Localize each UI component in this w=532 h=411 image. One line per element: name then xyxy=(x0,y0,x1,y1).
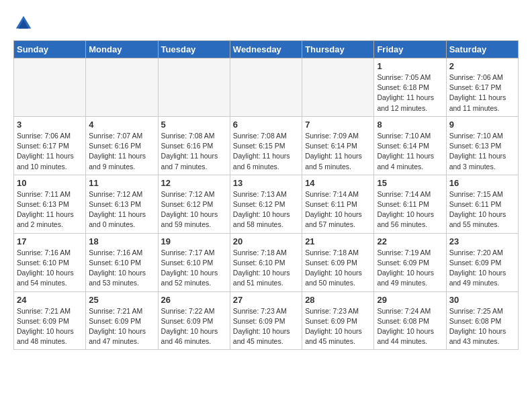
day-number: 26 xyxy=(161,295,227,305)
day-info: Sunrise: 7:21 AM Sunset: 6:09 PM Dayligh… xyxy=(89,306,154,347)
calendar-week-row: 3Sunrise: 7:06 AM Sunset: 6:17 PM Daylig… xyxy=(14,116,519,175)
calendar-cell: 27Sunrise: 7:23 AM Sunset: 6:09 PM Dayli… xyxy=(230,291,302,350)
weekday-header-cell: Wednesday xyxy=(230,41,302,58)
calendar-cell: 21Sunrise: 7:18 AM Sunset: 6:09 PM Dayli… xyxy=(302,233,374,291)
weekday-header-cell: Saturday xyxy=(446,41,518,58)
day-info: Sunrise: 7:15 AM Sunset: 6:11 PM Dayligh… xyxy=(449,189,515,230)
day-number: 14 xyxy=(305,178,371,188)
day-info: Sunrise: 7:09 AM Sunset: 6:14 PM Dayligh… xyxy=(305,131,371,172)
calendar-week-row: 17Sunrise: 7:16 AM Sunset: 6:10 PM Dayli… xyxy=(14,233,519,291)
day-number: 16 xyxy=(449,178,515,188)
calendar-cell: 3Sunrise: 7:06 AM Sunset: 6:17 PM Daylig… xyxy=(14,116,86,175)
weekday-header-cell: Tuesday xyxy=(158,41,230,58)
day-number: 29 xyxy=(377,295,443,305)
day-number: 10 xyxy=(17,178,83,188)
calendar-cell: 15Sunrise: 7:14 AM Sunset: 6:11 PM Dayli… xyxy=(374,175,446,233)
day-info: Sunrise: 7:19 AM Sunset: 6:09 PM Dayligh… xyxy=(377,248,443,289)
calendar-cell: 5Sunrise: 7:08 AM Sunset: 6:16 PM Daylig… xyxy=(158,116,230,175)
day-number: 18 xyxy=(89,236,154,246)
weekday-header-cell: Sunday xyxy=(14,41,86,58)
logo-icon xyxy=(13,13,34,34)
day-info: Sunrise: 7:14 AM Sunset: 6:11 PM Dayligh… xyxy=(377,189,443,230)
day-info: Sunrise: 7:23 AM Sunset: 6:09 PM Dayligh… xyxy=(233,306,299,347)
calendar-cell: 12Sunrise: 7:12 AM Sunset: 6:12 PM Dayli… xyxy=(158,175,230,233)
calendar-cell xyxy=(158,58,230,117)
day-info: Sunrise: 7:17 AM Sunset: 6:10 PM Dayligh… xyxy=(161,248,227,289)
calendar-cell: 28Sunrise: 7:23 AM Sunset: 6:09 PM Dayli… xyxy=(302,291,374,350)
day-info: Sunrise: 7:08 AM Sunset: 6:16 PM Dayligh… xyxy=(161,131,227,172)
day-info: Sunrise: 7:18 AM Sunset: 6:09 PM Dayligh… xyxy=(305,248,371,289)
logo xyxy=(13,13,36,34)
day-number: 2 xyxy=(449,61,515,71)
day-number: 24 xyxy=(17,295,83,305)
calendar-cell: 10Sunrise: 7:11 AM Sunset: 6:13 PM Dayli… xyxy=(14,175,86,233)
day-info: Sunrise: 7:16 AM Sunset: 6:10 PM Dayligh… xyxy=(89,248,154,289)
day-info: Sunrise: 7:06 AM Sunset: 6:17 PM Dayligh… xyxy=(17,131,83,172)
calendar-cell: 1Sunrise: 7:05 AM Sunset: 6:18 PM Daylig… xyxy=(374,58,446,117)
calendar-cell: 16Sunrise: 7:15 AM Sunset: 6:11 PM Dayli… xyxy=(446,175,518,233)
day-info: Sunrise: 7:05 AM Sunset: 6:18 PM Dayligh… xyxy=(377,73,443,113)
calendar-cell xyxy=(230,58,302,117)
day-number: 21 xyxy=(305,236,371,246)
day-info: Sunrise: 7:07 AM Sunset: 6:16 PM Dayligh… xyxy=(89,131,154,172)
day-info: Sunrise: 7:23 AM Sunset: 6:09 PM Dayligh… xyxy=(305,306,371,347)
day-info: Sunrise: 7:12 AM Sunset: 6:12 PM Dayligh… xyxy=(161,189,227,230)
day-number: 20 xyxy=(233,236,299,246)
calendar-cell: 25Sunrise: 7:21 AM Sunset: 6:09 PM Dayli… xyxy=(86,291,158,350)
calendar-cell: 18Sunrise: 7:16 AM Sunset: 6:10 PM Dayli… xyxy=(86,233,158,291)
weekday-header-cell: Friday xyxy=(374,41,446,58)
day-number: 17 xyxy=(17,236,83,246)
calendar-cell: 26Sunrise: 7:22 AM Sunset: 6:09 PM Dayli… xyxy=(158,291,230,350)
calendar-cell: 22Sunrise: 7:19 AM Sunset: 6:09 PM Dayli… xyxy=(374,233,446,291)
calendar-cell: 8Sunrise: 7:10 AM Sunset: 6:14 PM Daylig… xyxy=(374,116,446,175)
day-info: Sunrise: 7:08 AM Sunset: 6:15 PM Dayligh… xyxy=(233,131,299,172)
day-info: Sunrise: 7:21 AM Sunset: 6:09 PM Dayligh… xyxy=(17,306,83,347)
calendar-cell: 23Sunrise: 7:20 AM Sunset: 6:09 PM Dayli… xyxy=(446,233,518,291)
day-info: Sunrise: 7:16 AM Sunset: 6:10 PM Dayligh… xyxy=(17,248,83,289)
weekday-header-row: SundayMondayTuesdayWednesdayThursdayFrid… xyxy=(14,41,519,58)
day-number: 1 xyxy=(377,61,443,71)
calendar-cell: 30Sunrise: 7:25 AM Sunset: 6:08 PM Dayli… xyxy=(446,291,518,350)
day-info: Sunrise: 7:10 AM Sunset: 6:14 PM Dayligh… xyxy=(377,131,443,172)
calendar-cell: 6Sunrise: 7:08 AM Sunset: 6:15 PM Daylig… xyxy=(230,116,302,175)
weekday-header-cell: Thursday xyxy=(302,41,374,58)
calendar-cell: 7Sunrise: 7:09 AM Sunset: 6:14 PM Daylig… xyxy=(302,116,374,175)
day-number: 19 xyxy=(161,236,227,246)
day-info: Sunrise: 7:22 AM Sunset: 6:09 PM Dayligh… xyxy=(161,306,227,347)
day-info: Sunrise: 7:10 AM Sunset: 6:13 PM Dayligh… xyxy=(449,131,515,172)
page-header xyxy=(13,13,519,34)
calendar-cell: 11Sunrise: 7:12 AM Sunset: 6:13 PM Dayli… xyxy=(86,175,158,233)
day-number: 28 xyxy=(305,295,371,305)
calendar-cell: 2Sunrise: 7:06 AM Sunset: 6:17 PM Daylig… xyxy=(446,58,518,117)
day-number: 3 xyxy=(17,120,83,130)
calendar-cell: 20Sunrise: 7:18 AM Sunset: 6:10 PM Dayli… xyxy=(230,233,302,291)
calendar-week-row: 10Sunrise: 7:11 AM Sunset: 6:13 PM Dayli… xyxy=(14,175,519,233)
day-info: Sunrise: 7:14 AM Sunset: 6:11 PM Dayligh… xyxy=(305,189,371,230)
calendar-cell: 19Sunrise: 7:17 AM Sunset: 6:10 PM Dayli… xyxy=(158,233,230,291)
day-number: 6 xyxy=(233,120,299,130)
calendar-cell: 9Sunrise: 7:10 AM Sunset: 6:13 PM Daylig… xyxy=(446,116,518,175)
calendar-cell xyxy=(302,58,374,117)
day-info: Sunrise: 7:06 AM Sunset: 6:17 PM Dayligh… xyxy=(449,73,515,113)
calendar-cell xyxy=(86,58,158,117)
calendar-body: 1Sunrise: 7:05 AM Sunset: 6:18 PM Daylig… xyxy=(14,58,519,350)
calendar-week-row: 24Sunrise: 7:21 AM Sunset: 6:09 PM Dayli… xyxy=(14,291,519,350)
day-number: 22 xyxy=(377,236,443,246)
calendar-cell: 13Sunrise: 7:13 AM Sunset: 6:12 PM Dayli… xyxy=(230,175,302,233)
day-number: 27 xyxy=(233,295,299,305)
calendar-cell: 4Sunrise: 7:07 AM Sunset: 6:16 PM Daylig… xyxy=(86,116,158,175)
day-number: 13 xyxy=(233,178,299,188)
day-info: Sunrise: 7:25 AM Sunset: 6:08 PM Dayligh… xyxy=(449,306,515,347)
day-info: Sunrise: 7:12 AM Sunset: 6:13 PM Dayligh… xyxy=(89,189,154,230)
day-number: 4 xyxy=(89,120,154,130)
calendar-cell: 14Sunrise: 7:14 AM Sunset: 6:11 PM Dayli… xyxy=(302,175,374,233)
calendar-week-row: 1Sunrise: 7:05 AM Sunset: 6:18 PM Daylig… xyxy=(14,58,519,117)
day-number: 15 xyxy=(377,178,443,188)
day-number: 5 xyxy=(161,120,227,130)
day-number: 30 xyxy=(449,295,515,305)
calendar-cell: 17Sunrise: 7:16 AM Sunset: 6:10 PM Dayli… xyxy=(14,233,86,291)
day-number: 11 xyxy=(89,178,154,188)
calendar-table: SundayMondayTuesdayWednesdayThursdayFrid… xyxy=(13,40,519,350)
day-number: 8 xyxy=(377,120,443,130)
day-number: 7 xyxy=(305,120,371,130)
